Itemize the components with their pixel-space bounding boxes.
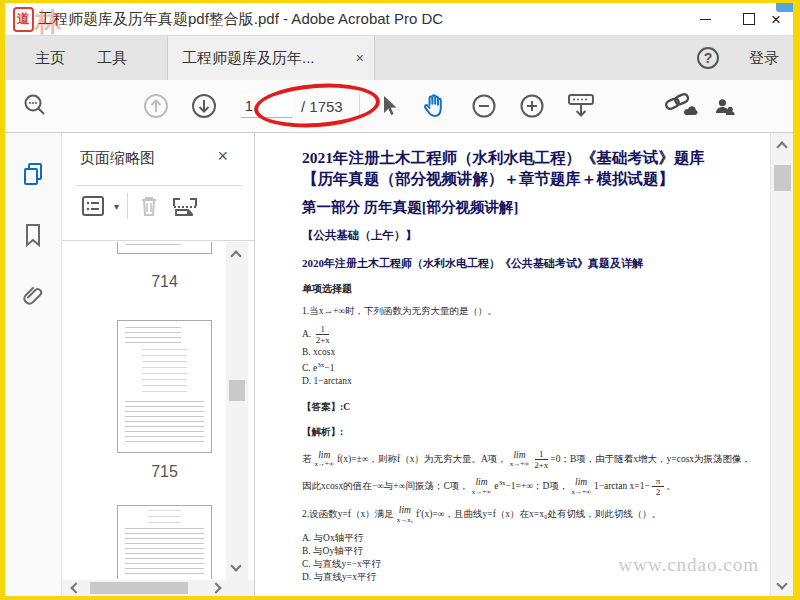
options-caret-icon[interactable]: ▾ — [114, 201, 119, 212]
bookmarks-icon[interactable] — [21, 222, 45, 248]
seal-watermark-icon: 道 — [13, 7, 34, 32]
tab-tools[interactable]: 工具 — [81, 36, 143, 80]
doc-subtitle: 2020年注册土木工程师（水利水电工程）《公共基础考试》真题及详解 — [302, 256, 754, 271]
navigation-rail — [5, 133, 62, 596]
question-1-option-d: D. 1−arctanx — [302, 375, 754, 388]
login-button[interactable]: 登录 — [749, 49, 779, 68]
thumbnail-label-714: 714 — [102, 273, 227, 291]
window-title: 工程师题库及历年真题pdf整合版.pdf - Adobe Acrobat Pro… — [38, 10, 443, 29]
scrollbar-thumb[interactable] — [774, 165, 791, 191]
tab-bar: 主页 工具 工程师题库及历年... × ? 登录 — [5, 36, 793, 80]
corner-artifact — [776, 3, 793, 12]
tab-document-label: 工程师题库及历年... — [182, 49, 346, 68]
crop-page-icon[interactable] — [170, 193, 200, 219]
doc-title-line2: 【历年真题（部分视频讲解）＋章节题库＋模拟试题】 — [302, 168, 754, 189]
question-1-option-b: B. xcosx — [302, 346, 754, 359]
help-icon[interactable]: ? — [697, 47, 719, 69]
limit-formula: limx→+∞ — [571, 478, 590, 496]
scroll-left-icon[interactable] — [70, 582, 81, 593]
scroll-up-icon[interactable] — [230, 250, 241, 261]
tab-document[interactable]: 工程师题库及历年... × — [167, 36, 375, 80]
thumbnail-content — [142, 349, 187, 395]
question-1: 1.当x→+∞时，下列函数为无穷大量的是（）。 — [302, 305, 754, 318]
close-icon: × — [771, 11, 781, 28]
maximize-icon — [743, 13, 755, 25]
limit-formula: limx→+∞ — [315, 451, 334, 469]
delete-page-icon — [136, 193, 162, 219]
scroll-down-icon[interactable] — [776, 578, 787, 589]
analysis-label: 【解析】: — [302, 426, 754, 439]
page-number-input[interactable] — [241, 94, 293, 118]
search-icon[interactable] — [21, 92, 49, 120]
zoom-in-icon[interactable] — [518, 92, 546, 120]
panel-divider — [76, 185, 242, 186]
app-window: 道 林 工程师题库及历年真题pdf整合版.pdf - Adobe Acrobat… — [0, 0, 800, 600]
page-thumbnails-icon[interactable] — [20, 161, 47, 188]
toolbar-separator — [359, 93, 360, 119]
thumbnail-content — [125, 327, 181, 345]
hand-tool-icon[interactable] — [420, 92, 448, 120]
panel-divider-2 — [62, 240, 254, 241]
document-vertical-scrollbar[interactable] — [770, 133, 793, 596]
question-2-option-a: A. 与Ox轴平行 — [302, 532, 754, 545]
doc-question-type: 单项选择题 — [302, 282, 754, 296]
question-2: 2.设函数y=f（x）满足limx→x₀f′(x)=∞，且曲线y=f（x）在x=… — [302, 502, 754, 526]
fraction: 12+x — [316, 324, 330, 346]
option-label: A. — [302, 329, 311, 339]
title-bar: 道 林 工程师题库及历年真题pdf整合版.pdf - Adobe Acrobat… — [5, 3, 793, 36]
user-account-icon[interactable] — [714, 91, 736, 121]
panel-toolbar-separator — [127, 193, 128, 219]
scroll-right-icon[interactable] — [210, 582, 221, 593]
scrollbar-thumb[interactable] — [90, 582, 188, 594]
panel-close-icon[interactable]: × — [217, 146, 228, 167]
doc-title-line1: 2021年注册土木工程师（水利水电工程）《基础考试》题库 — [302, 147, 754, 168]
document-view: 2021年注册土木工程师（水利水电工程）《基础考试》题库 【历年真题（部分视频讲… — [255, 133, 793, 596]
thumbnail-content — [125, 244, 181, 247]
zoom-out-icon[interactable] — [470, 92, 498, 120]
fraction: 12+x — [534, 449, 548, 471]
question-1-option-c: C. e3x−1 — [302, 359, 754, 375]
fraction: π2 — [652, 476, 665, 498]
tab-home[interactable]: 主页 — [19, 36, 81, 80]
thumbnail-715[interactable] — [117, 320, 212, 453]
page-total-label: / 1753 — [301, 98, 343, 115]
thumbnail-content — [125, 401, 204, 445]
scroll-up-icon[interactable] — [776, 141, 787, 152]
answer-label: 【答案】:C — [302, 401, 754, 414]
scroll-down-icon[interactable] — [230, 560, 241, 571]
previous-page-button[interactable] — [141, 91, 171, 121]
thumbnail-content — [148, 510, 181, 524]
maximize-button[interactable] — [727, 3, 771, 35]
thumbnail-content — [125, 528, 204, 575]
panel-toolbar: ▾ — [80, 193, 200, 219]
minimize-button[interactable] — [683, 3, 727, 35]
next-page-button[interactable] — [189, 91, 219, 121]
pdf-page-content: 2021年注册土木工程师（水利水电工程）《基础考试》题库 【历年真题（部分视频讲… — [302, 147, 754, 584]
select-tool-icon[interactable] — [378, 94, 400, 118]
doc-part-heading: 第一部分 历年真题[部分视频讲解] — [302, 198, 754, 217]
limit-formula: limx→+∞ — [510, 451, 529, 469]
thumbnails-horizontal-scrollbar[interactable] — [62, 580, 254, 596]
site-watermark: www.cndao.com — [618, 554, 759, 576]
analysis-text: 若limx→+∞f(x)=±∞，则称f（x）为无穷大量。A项，limx→+∞12… — [302, 447, 754, 498]
tab-close-icon[interactable]: × — [356, 50, 364, 66]
limit-formula: limx→+∞ — [472, 478, 491, 496]
attachments-icon[interactable] — [20, 282, 46, 308]
main-area: 页面缩略图 × ▾ 714 — [5, 133, 793, 596]
panel-title: 页面缩略图 — [80, 149, 155, 168]
thumbnail-options-icon[interactable] — [80, 193, 106, 219]
question-1-option-a: A. 12+x — [302, 324, 754, 346]
limit-formula: limx→x₀ — [397, 506, 413, 524]
thumbnail-label-715: 715 — [102, 463, 227, 481]
minimize-icon — [700, 19, 711, 20]
thumbnail-714-partial[interactable] — [117, 242, 212, 254]
thumbnail-716-partial[interactable] — [117, 505, 212, 579]
scrollbar-thumb[interactable] — [229, 380, 245, 401]
thumbnails-vertical-scrollbar[interactable] — [226, 242, 248, 580]
fit-width-icon[interactable] — [564, 91, 598, 121]
thumbnails-panel: 页面缩略图 × ▾ 714 — [62, 133, 255, 596]
share-link-icon[interactable] — [662, 91, 698, 121]
main-toolbar: / 1753 — [5, 80, 793, 133]
doc-section-heading: 【公共基础（上午）】 — [302, 228, 754, 243]
